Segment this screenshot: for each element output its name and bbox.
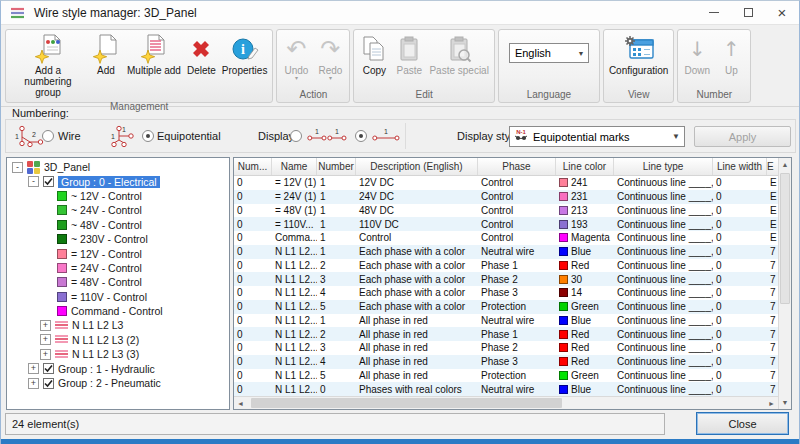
tree-item-label[interactable]: N L1 L2 L3 (2) <box>72 334 139 346</box>
expand-icon[interactable]: + <box>28 378 39 389</box>
tree-item[interactable]: Command - Control <box>7 304 229 318</box>
tree-item-label[interactable]: ~ 24V - Control <box>71 204 142 216</box>
tree-item[interactable]: = 110V - Control <box>7 290 229 304</box>
scroll-down-icon[interactable]: ▼ <box>779 396 792 409</box>
column-header-num[interactable]: Num... <box>234 158 272 175</box>
maximize-icon[interactable] <box>731 1 765 24</box>
column-header-line-type[interactable]: Line type <box>614 158 713 175</box>
configuration-button[interactable]: Configuration <box>606 31 671 88</box>
tree-item[interactable]: -3D_Panel <box>7 160 229 174</box>
vscroll-thumb[interactable] <box>780 173 790 304</box>
column-header-e[interactable]: E <box>767 158 778 175</box>
equipotential-radio-label[interactable]: Equipotential <box>157 130 221 142</box>
table-row[interactable]: 0N L1 L2...3Each phase with a colorPhase… <box>234 272 778 286</box>
display-per-wire-radio[interactable] <box>290 130 302 142</box>
tree-item-label[interactable]: = 12V - Control <box>71 248 142 260</box>
collapse-icon[interactable]: - <box>12 162 23 173</box>
table-row[interactable]: 0N L1 L2...1Each phase with a colorNeutr… <box>234 245 778 259</box>
table-row[interactable]: 0N L1 L2...2All phase in redPhase 1RedCo… <box>234 327 778 341</box>
tree-item-label[interactable]: = 110V - Control <box>71 291 147 303</box>
divider <box>405 123 406 149</box>
tree-item[interactable]: +N L1 L2 L3 (3) <box>7 347 229 361</box>
tree-checkbox[interactable] <box>43 378 54 389</box>
tree-item[interactable]: = 24V - Control <box>7 261 229 275</box>
tree-item[interactable]: ~ 230V - Control <box>7 232 229 246</box>
table-row[interactable]: 0N L1 L2...4Each phase with a colorPhase… <box>234 286 778 300</box>
line-width-cell: 0 <box>713 370 767 381</box>
table-row[interactable]: 0N L1 L2...4All phase in redPhase 3RedCo… <box>234 355 778 369</box>
scroll-up-icon[interactable]: ▲ <box>779 158 792 171</box>
dropdown-caret-icon: ▾ <box>329 76 332 80</box>
table-row[interactable]: 0= 110V...1110V DCControl193Continuous l… <box>234 217 778 231</box>
name-cell: = 12V (1) <box>272 177 317 188</box>
delete-button[interactable]: Delete <box>184 31 219 100</box>
expand-icon[interactable]: + <box>40 334 51 345</box>
line-type-cell: Continuous line ____,... <box>614 274 713 285</box>
tree-item-label[interactable]: Group : 0 - Electrical <box>58 176 160 188</box>
display-per-equipotential-radio[interactable] <box>355 130 367 142</box>
tree-checkbox[interactable] <box>43 363 54 374</box>
tree-item-label[interactable]: N L1 L2 L3 (3) <box>72 348 139 360</box>
table-row[interactable]: 0N L1 L2...5Each phase with a colorProte… <box>234 300 778 314</box>
table-row[interactable]: 0= 24V (1)124V DCControl231Continuous li… <box>234 190 778 204</box>
expand-icon[interactable]: + <box>40 349 51 360</box>
tree-item-label[interactable]: Command - Control <box>71 305 163 317</box>
properties-button[interactable]: iProperties <box>219 31 271 100</box>
column-header-number[interactable]: Number <box>317 158 356 175</box>
column-header-line-width[interactable]: Line width <box>713 158 767 175</box>
column-header-phase[interactable]: Phase <box>478 158 556 175</box>
expand-icon[interactable]: + <box>40 320 51 331</box>
column-header-name[interactable]: Name <box>272 158 317 175</box>
scroll-right-icon[interactable]: ► <box>765 397 778 410</box>
vertical-scrollbar[interactable]: ▲ ▼ <box>778 158 791 409</box>
add-a-numbering-group-button[interactable]: Add a numbering group <box>8 31 88 100</box>
description-cell: All phase in red <box>356 315 478 326</box>
table-row[interactable]: 0N L1 L2...5All phase in redProtectionGr… <box>234 369 778 383</box>
tree-item-label[interactable]: Group : 2 - Pneumatic <box>58 377 161 389</box>
wire-radio-label[interactable]: Wire <box>58 130 81 142</box>
tree-item[interactable]: +N L1 L2 L3 <box>7 318 229 332</box>
display-style-select[interactable]: N-1 Equipotential marks ▼ <box>509 126 685 147</box>
table-row[interactable]: 0Comma...1ControlControlMagentaContinuou… <box>234 231 778 245</box>
tree-item-label[interactable]: = 24V - Control <box>71 262 142 274</box>
tree-item[interactable]: +N L1 L2 L3 (2) <box>7 333 229 347</box>
tree-item[interactable]: = 48V - Control <box>7 275 229 289</box>
tree-item[interactable]: +Group : 1 - Hydraulic <box>7 361 229 375</box>
table-row[interactable]: 0= 12V (1)112V DCControl241Continuous li… <box>234 176 778 190</box>
close-button[interactable]: Close <box>696 412 789 435</box>
table-row[interactable]: 0N L1 L2...2Each phase with a colorPhase… <box>234 259 778 273</box>
multiple-add-button[interactable]: Multiple add <box>124 31 184 100</box>
language-select[interactable]: English▼ <box>509 43 589 63</box>
horizontal-scrollbar[interactable]: ◄ ► <box>234 396 778 409</box>
table-row[interactable]: 0N L1 L2...1All phase in redNeutral wire… <box>234 314 778 328</box>
tree-checkbox[interactable] <box>43 176 54 187</box>
column-header-line-color[interactable]: Line color <box>556 158 614 175</box>
tree-item-label[interactable]: Group : 1 - Hydraulic <box>58 363 155 375</box>
column-header-description-english[interactable]: Description (English) <box>356 158 478 175</box>
minimize-icon[interactable] <box>697 1 731 24</box>
tree-item[interactable]: +Group : 2 - Pneumatic <box>7 376 229 390</box>
tree-item[interactable]: ~ 24V - Control <box>7 203 229 217</box>
tree-item[interactable]: = 12V - Control <box>7 246 229 260</box>
collapse-icon[interactable]: - <box>28 176 39 187</box>
tree-item[interactable]: ~ 12V - Control <box>7 189 229 203</box>
expand-icon[interactable]: + <box>28 363 39 374</box>
table-row[interactable]: 0= 48V (1)148V DCControl213Continuous li… <box>234 204 778 218</box>
scroll-left-icon[interactable]: ◄ <box>234 397 247 410</box>
copy-button[interactable]: Copy <box>356 31 392 88</box>
tree-item[interactable]: ~ 48V - Control <box>7 218 229 232</box>
tree-item-label[interactable]: = 48V - Control <box>71 276 142 288</box>
tree-item-label[interactable]: ~ 230V - Control <box>71 233 148 245</box>
tree-item-label[interactable]: N L1 L2 L3 <box>72 319 123 331</box>
equipotential-radio[interactable] <box>142 130 154 142</box>
tree-item-label[interactable]: 3D_Panel <box>44 161 90 173</box>
table-row[interactable]: 0N L1 L2...0Phases with real colorsNeutr… <box>234 382 778 396</box>
close-icon[interactable]: × <box>765 1 799 24</box>
add-button[interactable]: Add <box>88 31 124 100</box>
wire-radio[interactable] <box>42 130 54 142</box>
table-row[interactable]: 0N L1 L2...3All phase in redPhase 2RedCo… <box>234 341 778 355</box>
hscroll-thumb[interactable] <box>251 398 562 408</box>
tree-item-label[interactable]: ~ 12V - Control <box>71 190 142 202</box>
tree-item-label[interactable]: ~ 48V - Control <box>71 219 142 231</box>
tree-item[interactable]: -Group : 0 - Electrical <box>7 174 229 188</box>
